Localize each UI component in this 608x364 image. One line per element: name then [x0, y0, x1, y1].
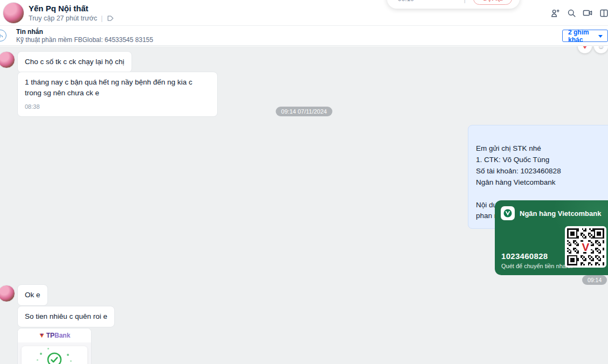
message-list[interactable]: ♥ ☺ Cho c số tk c ck chạy lại hộ chị 1 t… [0, 46, 608, 364]
smiley-icon: ☺ [597, 46, 604, 51]
receipt-body: Giao Dịch Thành Công! [18, 342, 91, 364]
header-actions [550, 8, 608, 18]
chat-window: 00:10 | Gọi lại Yến Pq Nội thất Truy cập… [0, 0, 608, 364]
contact-name: Yến Pq Nội thất [29, 4, 88, 13]
smiley-reaction-button[interactable]: ☺ [594, 46, 608, 53]
call-notification-popup: 00:10 | Gọi lại [387, 0, 520, 9]
account-number: 1023460828 [501, 251, 548, 261]
call-duration: 00:10 [398, 0, 414, 5]
message-bubble-incoming: So tien nhiêu c quên roi e [17, 306, 115, 327]
message-text: Ok e [25, 291, 40, 299]
qr-caption: Quét để chuyển tiền nhanh [501, 263, 572, 269]
message-text: 1 tháng nay c bận quá hết ng nầy bệnh đế… [25, 78, 192, 97]
tpbank-tp: TP [46, 332, 54, 339]
svg-text:V: V [582, 241, 590, 253]
add-member-icon[interactable] [550, 8, 561, 18]
more-pins-button[interactable]: 2 ghim khác [562, 30, 608, 42]
tpbank-logo: TPBank [18, 328, 91, 342]
video-call-icon[interactable] [582, 8, 593, 18]
receipt-card: Giao Dịch Thành Công! [22, 346, 87, 364]
last-seen-status: Truy cập 27 phút trước [29, 15, 97, 22]
pinned-title: Tin nhắn [16, 28, 43, 36]
pinned-message-bar[interactable]: Tin nhắn Kỹ thuật phần mềm FBGlobal: 645… [0, 26, 608, 46]
bank-name: Ngân hàng Vietcombank [520, 209, 601, 218]
qr-code[interactable]: V [565, 226, 606, 268]
message-bubble-incoming: 1 tháng nay c bận quá hết ng nầy bệnh đế… [17, 72, 218, 117]
contact-avatar[interactable] [3, 2, 24, 24]
message-bubble-incoming: Cho c số tk c ck chạy lại hộ chị [17, 51, 132, 73]
tpbank-bank: Bank [54, 332, 70, 339]
message-bubble-incoming: Ok e [17, 284, 48, 306]
message-text: So tien nhiêu c quên roi e [25, 312, 107, 320]
status-divider: | [101, 15, 102, 22]
date-divider: 09:14 07/11/2024 [276, 107, 333, 116]
success-check-icon [46, 352, 63, 364]
call-back-button[interactable]: Gọi lại [473, 0, 512, 5]
chevron-down-icon [598, 35, 603, 38]
message-text: Cho c số tk c ck chạy lại hộ chị [25, 58, 125, 66]
contact-status-row: Truy cập 27 phút trước | [29, 15, 114, 22]
heart-reaction-button[interactable]: ♥ [578, 46, 592, 53]
tag-icon[interactable] [107, 15, 114, 22]
more-pins-label: 2 ghim khác [568, 29, 595, 44]
search-icon[interactable] [566, 8, 577, 18]
sender-avatar[interactable] [0, 51, 15, 68]
sender-avatar[interactable] [0, 285, 15, 302]
call-popup-divider: | [464, 0, 465, 5]
message-time: 08:38 [25, 103, 210, 111]
tpbank-shield-icon [39, 333, 45, 339]
heart-icon: ♥ [583, 46, 587, 51]
pinned-message-icon [0, 30, 6, 41]
pinned-content: Kỹ thuật phần mềm FBGlobal: 64533545 831… [16, 36, 153, 44]
receipt-image-message[interactable]: TPBank Giao Dịch Thành Công! [17, 328, 92, 364]
bank-qr-card[interactable]: Ngân hàng Vietcombank 1023460828 Quét để… [495, 200, 608, 275]
split-panel-icon[interactable] [598, 8, 608, 18]
message-time-badge: 09:14 [582, 275, 607, 285]
vietcombank-logo-icon [501, 206, 515, 220]
